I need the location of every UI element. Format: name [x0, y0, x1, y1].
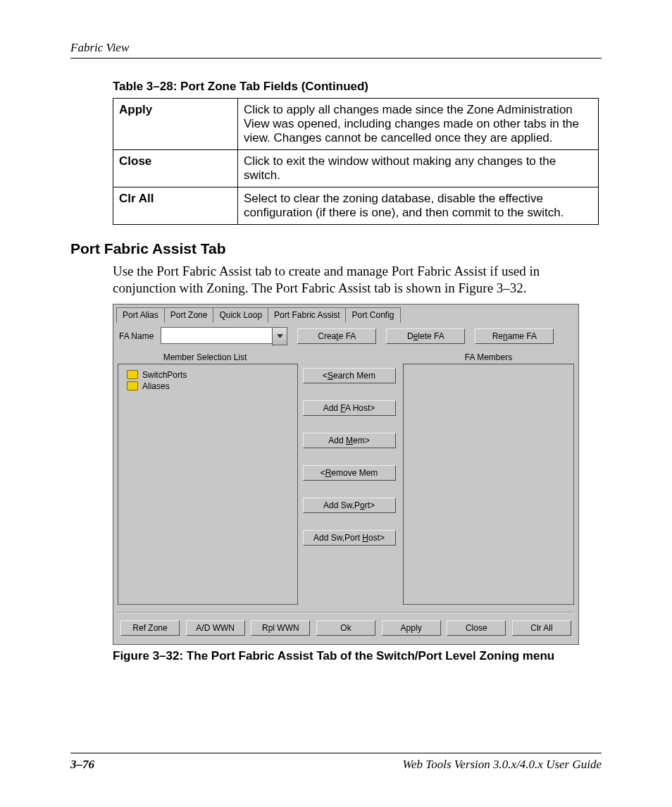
tree-label: SwitchPorts [142, 370, 187, 380]
apply-button[interactable]: Apply [382, 620, 441, 636]
guide-title: Web Tools Version 3.0.x/4.0.x User Guide [402, 758, 602, 772]
search-mem-button[interactable]: <Search Mem [303, 368, 396, 383]
page-footer: 3–76 Web Tools Version 3.0.x/4.0.x User … [70, 753, 602, 772]
screenshot-panel: Port Alias Port Zone Quick Loop Port Fab… [113, 304, 579, 645]
field-desc: Select to clear the zoning database, dis… [238, 187, 599, 225]
column-headers: Member Selection List FA Members [113, 350, 578, 364]
fields-table: Apply Click to apply all changes made si… [113, 98, 599, 225]
combo-dropdown-button[interactable] [272, 327, 287, 345]
table-row: Clr All Select to clear the zoning datab… [113, 187, 599, 225]
table-row: Apply Click to apply all changes made si… [113, 99, 599, 150]
ad-wwn-button[interactable]: A/D WWN [186, 620, 245, 636]
bottom-buttons: Ref Zone A/D WWN Rpl WWN Ok Apply Close … [113, 613, 578, 644]
clr-all-button[interactable]: Clr All [512, 620, 571, 636]
add-fa-host-button[interactable]: Add FA Host> [303, 400, 396, 416]
tab-strip: Port Alias Port Zone Quick Loop Port Fab… [113, 304, 578, 323]
running-header: Fabric View [70, 41, 602, 58]
fa-members-list[interactable] [403, 364, 574, 605]
tab-port-fabric-assist[interactable]: Port Fabric Assist [268, 307, 346, 323]
folder-icon [127, 381, 138, 390]
section-body: Use the Port Fabric Assist tab to create… [113, 263, 599, 297]
page-number: 3–76 [70, 758, 94, 772]
rpl-wwn-button[interactable]: Rpl WWN [251, 620, 310, 636]
fa-name-combo[interactable] [161, 327, 287, 345]
add-sw-port-host-button[interactable]: Add Sw,Port Host> [303, 530, 396, 546]
col-head-right: FA Members [399, 352, 578, 362]
create-fa-button[interactable]: Create FA [297, 328, 376, 344]
tab-quick-loop[interactable]: Quick Loop [213, 307, 268, 323]
field-key: Close [113, 150, 238, 187]
field-desc: Click to apply all changes made since th… [238, 99, 599, 150]
member-selection-list[interactable]: SwitchPorts Aliases [118, 364, 298, 605]
remove-mem-button[interactable]: <Remove Mem [303, 465, 396, 481]
ref-zone-button[interactable]: Ref Zone [120, 620, 180, 636]
tree-label: Aliases [142, 381, 170, 391]
field-key: Apply [113, 99, 238, 150]
close-button[interactable]: Close [447, 620, 506, 636]
table-row: Close Click to exit the window without m… [113, 150, 599, 187]
fa-name-label: FA Name [119, 331, 154, 341]
rename-fa-button[interactable]: Rename FA [475, 328, 554, 344]
add-sw-port-button[interactable]: Add Sw,Port> [303, 498, 396, 513]
section-heading: Port Fabric Assist Tab [70, 240, 602, 257]
delete-fa-button[interactable]: Delete FA [386, 328, 465, 344]
page: Fabric View Table 3–28: Port Zone Tab Fi… [0, 0, 672, 807]
tab-port-config[interactable]: Port Config [345, 307, 400, 323]
fa-toolbar: FA Name Create FA Delete FA Rename FA [113, 323, 578, 350]
chevron-down-icon [277, 334, 283, 338]
col-head-left: Member Selection List [113, 352, 297, 362]
fa-name-input[interactable] [161, 327, 272, 344]
field-desc: Click to exit the window without making … [238, 150, 599, 187]
figure-caption: Figure 3–32: The Port Fabric Assist Tab … [113, 649, 602, 663]
three-column-area: SwitchPorts Aliases <Search Mem Add FA H… [113, 364, 578, 609]
folder-icon [127, 370, 138, 379]
add-mem-button[interactable]: Add Mem> [303, 433, 396, 448]
tree-item-aliases[interactable]: Aliases [127, 381, 293, 391]
ok-button[interactable]: Ok [316, 620, 375, 636]
field-key: Clr All [113, 187, 238, 225]
tree-item-switchports[interactable]: SwitchPorts [127, 370, 293, 380]
tab-port-zone[interactable]: Port Zone [164, 307, 214, 323]
transfer-buttons: <Search Mem Add FA Host> Add Mem> <Remov… [298, 364, 400, 605]
tab-port-alias[interactable]: Port Alias [116, 307, 165, 323]
table-caption: Table 3–28: Port Zone Tab Fields (Contin… [113, 80, 602, 94]
